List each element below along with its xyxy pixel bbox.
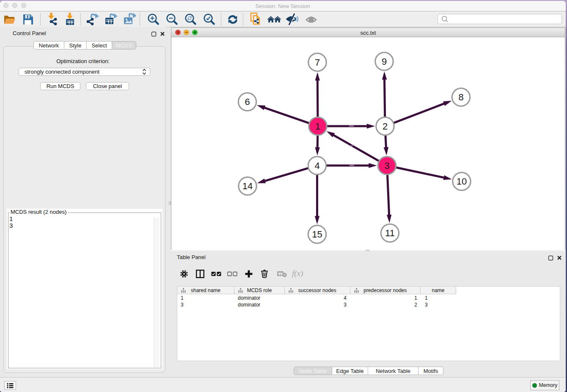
svg-text:10: 10 (457, 176, 467, 187)
svg-text:2: 2 (383, 121, 388, 132)
svg-text:6: 6 (245, 97, 250, 107)
svg-text:7: 7 (315, 57, 320, 68)
svg-text:3: 3 (384, 160, 389, 171)
svg-text:9: 9 (382, 56, 387, 67)
svg-text:4: 4 (314, 160, 319, 171)
svg-text:11: 11 (385, 228, 395, 238)
svg-text:1: 1 (315, 121, 320, 132)
svg-text:15: 15 (312, 229, 322, 240)
svg-text:8: 8 (458, 92, 463, 102)
svg-text:14: 14 (242, 181, 253, 191)
